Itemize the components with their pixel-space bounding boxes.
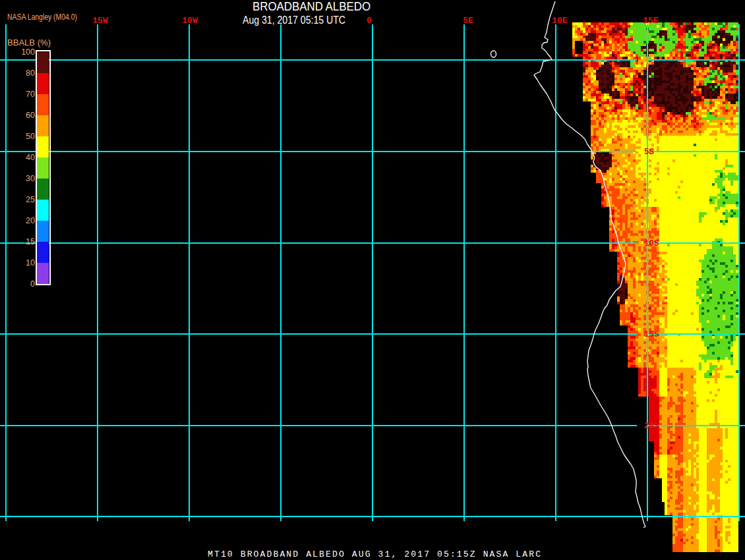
svg-text:BBALB (%): BBALB (%) [7, 38, 51, 47]
svg-text:BROADBAND ALBEDO: BROADBAND ALBEDO [253, 0, 371, 13]
svg-text:50: 50 [26, 132, 35, 141]
svg-text:20S: 20S [644, 422, 659, 431]
svg-text:MT10 BROADBAND ALBEDO AUG 3: MT10 BROADBAND ALBEDO AUG 31, 2017 05:15… [208, 549, 541, 559]
svg-text:10E: 10E [552, 16, 568, 26]
svg-text:60: 60 [26, 111, 35, 120]
svg-text:15S: 15S [644, 330, 659, 339]
svg-text:5E: 5E [463, 16, 473, 26]
svg-text:NASA Langley (M04.0): NASA Langley (M04.0) [7, 13, 77, 22]
svg-text:70: 70 [26, 90, 35, 99]
svg-text:20: 20 [26, 216, 35, 225]
svg-text:15E: 15E [643, 16, 659, 26]
svg-text:25: 25 [26, 195, 35, 204]
svg-text:15W: 15W [92, 16, 108, 26]
svg-text:30: 30 [26, 174, 35, 183]
svg-text:5S: 5S [644, 148, 655, 157]
svg-text:15: 15 [26, 237, 35, 246]
svg-text:10: 10 [26, 258, 35, 267]
svg-text:80: 80 [26, 69, 35, 78]
svg-text:40: 40 [26, 153, 35, 162]
svg-text:0: 0 [367, 16, 372, 26]
svg-text:100: 100 [21, 47, 35, 57]
svg-text:Aug 31, 2017 05:15 UTC: Aug 31, 2017 05:15 UTC [243, 14, 345, 26]
svg-text:10S: 10S [644, 239, 659, 248]
svg-text:0: 0 [30, 279, 35, 289]
svg-text:10W: 10W [182, 16, 198, 26]
